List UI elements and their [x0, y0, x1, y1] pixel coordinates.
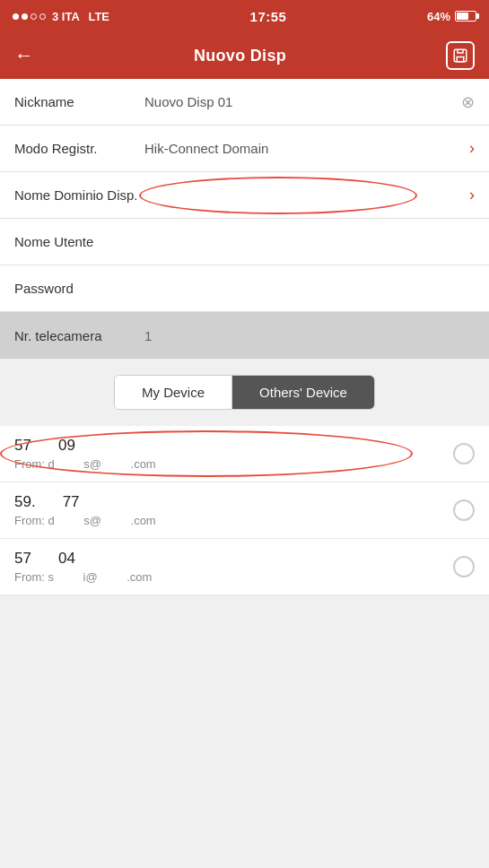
device-number-1: 57 [14, 550, 31, 568]
bottom-space [0, 595, 489, 775]
nav-bar: ← Nuovo Disp [0, 32, 489, 79]
modo-registr-row[interactable]: Modo Registr. Hik-Connect Domain › [0, 126, 489, 172]
nickname-row: Nickname Nuovo Disp 01 ⊗ [0, 79, 489, 126]
device-from-prefix: From: s [14, 570, 54, 584]
device-info: 57 09 From: d s@ .com [14, 437, 453, 471]
nav-title: Nuovo Disp [194, 47, 286, 65]
camera-count-label: Nr. telecamera [14, 328, 144, 343]
battery-percent: 64% [427, 10, 450, 23]
device-radio-button[interactable] [453, 443, 475, 464]
device-list: 57 09 From: d s@ .com 59. 77 From: d [0, 426, 489, 595]
signal-dot-2 [22, 13, 28, 20]
device-item[interactable]: 57 09 From: d s@ .com [0, 426, 489, 482]
back-button[interactable]: ← [14, 44, 34, 67]
modo-registr-value: Hik-Connect Domain [144, 141, 462, 156]
device-number-2: 04 [58, 550, 75, 568]
camera-count-value: 1 [144, 328, 152, 343]
device-from-row: From: s i@ .com [14, 570, 453, 584]
nome-utente-label: Nome Utente [14, 234, 144, 249]
signal-dot-4 [39, 13, 46, 20]
network-label: LTE [88, 10, 109, 23]
device-toggle-group: My Device Others' Device [114, 375, 375, 410]
battery-icon [455, 11, 476, 22]
device-number-1: 57 [14, 437, 31, 455]
status-bar: 3 ITA LTE 17:55 64% [0, 0, 489, 32]
modo-registr-chevron-icon: › [469, 139, 475, 158]
others-device-tab[interactable]: Others' Device [232, 376, 374, 409]
svg-rect-0 [454, 49, 467, 62]
device-from-prefix: From: d [14, 514, 55, 527]
password-row: Password [0, 265, 489, 312]
battery-fill [457, 13, 468, 20]
device-number-2: 09 [58, 437, 75, 455]
device-numbers: 57 04 [14, 550, 453, 568]
device-item[interactable]: 57 04 From: s i@ .com [0, 539, 489, 595]
carrier-label: 3 ITA [52, 10, 80, 23]
nome-dominio-label: Nome Dominio Disp. [14, 187, 144, 203]
device-info: 59. 77 From: d s@ .com [14, 493, 453, 527]
device-email-middle: s@ [83, 514, 101, 527]
nome-dominio-row[interactable]: Nome Dominio Disp. › [0, 172, 489, 219]
signal-dot-3 [31, 13, 37, 20]
device-radio-button[interactable] [453, 499, 475, 521]
camera-count-row: Nr. telecamera 1 [0, 312, 489, 359]
carrier-info: 3 ITA LTE [13, 10, 109, 23]
signal-dot-1 [13, 13, 19, 20]
device-email-end: .com [131, 514, 156, 527]
device-from-row: From: d s@ .com [14, 514, 453, 527]
nickname-value[interactable]: Nuovo Disp 01 [144, 94, 454, 109]
device-email-middle: i@ [83, 570, 98, 584]
device-email-end: .com [131, 457, 156, 471]
device-number-1: 59. [14, 493, 36, 511]
nickname-label: Nickname [14, 94, 144, 109]
save-icon [452, 48, 468, 64]
device-from-prefix: From: d [14, 457, 55, 471]
device-info: 57 04 From: s i@ .com [14, 550, 453, 584]
nome-utente-row: Nome Utente [0, 219, 489, 265]
device-numbers: 57 09 [14, 437, 453, 455]
modo-registr-label: Modo Registr. [14, 141, 144, 156]
device-number-2: 77 [63, 493, 80, 511]
time-display: 17:55 [250, 9, 287, 24]
svg-rect-1 [457, 57, 464, 62]
password-label: Password [14, 281, 144, 296]
domain-highlight-oval [139, 177, 417, 214]
save-button[interactable] [446, 41, 475, 70]
nome-dominio-chevron-icon: › [469, 186, 475, 204]
device-from-row: From: d s@ .com [14, 457, 453, 471]
nickname-clear-button[interactable]: ⊗ [461, 92, 475, 112]
device-radio-button[interactable] [453, 556, 475, 577]
toggle-section: My Device Others' Device [0, 359, 489, 426]
form-section: Nickname Nuovo Disp 01 ⊗ Modo Registr. H… [0, 79, 489, 312]
my-device-tab[interactable]: My Device [115, 376, 231, 409]
device-email-end: .com [127, 570, 152, 584]
battery-info: 64% [427, 10, 476, 23]
device-numbers: 59. 77 [14, 493, 453, 511]
device-item[interactable]: 59. 77 From: d s@ .com [0, 482, 489, 539]
device-email-middle: s@ [83, 457, 101, 471]
